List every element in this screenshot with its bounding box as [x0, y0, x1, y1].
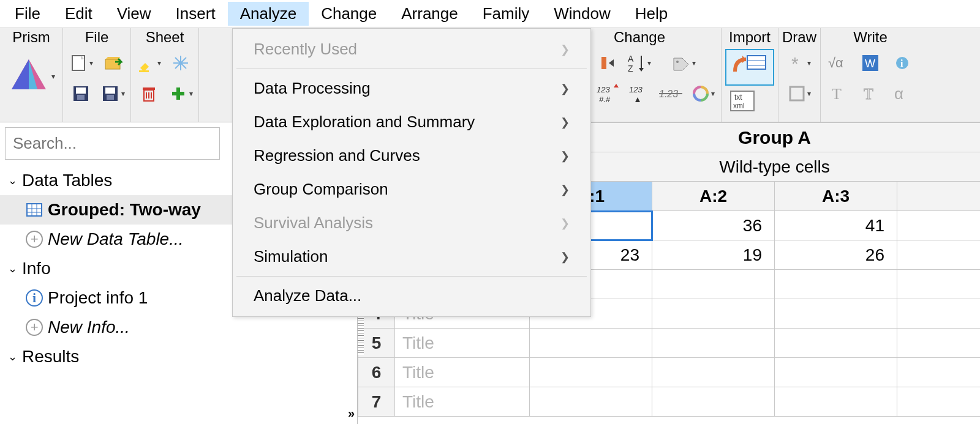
- menu-item-regression-and-curves[interactable]: Regression and Curves❯: [233, 139, 590, 173]
- data-cell[interactable]: 41: [775, 211, 897, 240]
- prism-logo-button[interactable]: [4, 49, 59, 104]
- data-cell[interactable]: [897, 329, 981, 358]
- data-cell[interactable]: [652, 387, 775, 417]
- menu-change[interactable]: Change: [309, 2, 389, 26]
- svg-text:i: i: [900, 58, 903, 69]
- menu-item-analyze-data[interactable]: Analyze Data...: [233, 279, 590, 313]
- column-header[interactable]: A:3: [775, 182, 897, 211]
- menu-help[interactable]: Help: [623, 2, 680, 26]
- data-cell[interactable]: [897, 358, 981, 387]
- menu-family[interactable]: Family: [470, 2, 542, 26]
- new-sheet-button[interactable]: [167, 80, 195, 108]
- group-name-header[interactable]: Wild-type cells: [530, 152, 981, 182]
- save-as-button[interactable]: [99, 80, 127, 108]
- plus-circle-icon: +: [26, 319, 43, 336]
- data-cell[interactable]: [652, 270, 775, 299]
- data-cell[interactable]: [897, 387, 981, 417]
- data-cell[interactable]: [652, 329, 775, 358]
- group-header[interactable]: Group A: [530, 123, 981, 152]
- data-cell[interactable]: [897, 240, 981, 270]
- import-txt-xml-button[interactable]: txtxml: [725, 88, 760, 114]
- plus-circle-icon: +: [26, 231, 43, 248]
- menu-file[interactable]: File: [2, 2, 53, 26]
- chevron-right-icon: ❯: [560, 82, 570, 95]
- open-file-button[interactable]: [99, 49, 127, 77]
- row-number[interactable]: 7: [358, 387, 395, 417]
- menu-window[interactable]: Window: [541, 2, 622, 26]
- new-file-button[interactable]: [67, 49, 95, 77]
- info-circle-icon: i: [26, 289, 43, 307]
- row-title-cell[interactable]: Title: [395, 329, 530, 358]
- decimals-down-button[interactable]: 123: [625, 80, 654, 108]
- tree-section-results[interactable]: ⌄Results: [0, 342, 357, 371]
- menu-item-label: Data Exploration and Summary: [254, 113, 475, 132]
- menu-item-simulation[interactable]: Simulation❯: [233, 240, 590, 273]
- color-wheel-button[interactable]: [689, 80, 717, 108]
- data-cell[interactable]: [652, 358, 775, 387]
- data-cell[interactable]: [897, 211, 981, 240]
- data-cell[interactable]: [530, 329, 652, 358]
- menu-item-group-comparison[interactable]: Group Comparison❯: [233, 173, 590, 206]
- row-title-cell[interactable]: Title: [395, 358, 530, 387]
- data-cell[interactable]: 36: [652, 211, 775, 240]
- svg-rect-56: [790, 87, 804, 100]
- search-input[interactable]: [5, 127, 220, 160]
- asterisk-button[interactable]: *: [785, 49, 813, 77]
- svg-marker-1: [12, 59, 29, 89]
- svg-text:123: 123: [597, 85, 610, 94]
- import-data-button[interactable]: [725, 49, 774, 86]
- menu-view[interactable]: View: [105, 2, 164, 26]
- row-number[interactable]: 6: [358, 358, 395, 387]
- data-cell[interactable]: [530, 358, 652, 387]
- menu-arrange[interactable]: Arrange: [389, 2, 470, 26]
- data-cell[interactable]: [775, 270, 897, 299]
- column-header[interactable]: A:2: [652, 182, 775, 211]
- data-cell[interactable]: [775, 387, 897, 417]
- svg-marker-13: [140, 63, 149, 72]
- chevron-down-icon: ⌄: [6, 350, 18, 363]
- toolbar-group-label-draw: Draw: [782, 29, 816, 45]
- info-bubble-button[interactable]: i: [888, 49, 916, 77]
- sidebar-expand-handle[interactable]: »: [348, 406, 355, 420]
- data-cell[interactable]: [897, 270, 981, 299]
- tree-item-label: New Info...: [48, 318, 130, 337]
- delete-button[interactable]: [135, 80, 163, 108]
- highlight-button[interactable]: [135, 49, 163, 77]
- tag-button[interactable]: [669, 49, 698, 77]
- save-button[interactable]: [67, 80, 95, 108]
- tree-section-title: Data Tables: [22, 171, 112, 190]
- decimals-button[interactable]: 123#.#: [594, 80, 622, 108]
- text-t2-button[interactable]: T: [856, 80, 884, 108]
- menu-edit[interactable]: Edit: [53, 2, 105, 26]
- word-button[interactable]: W: [856, 49, 884, 77]
- text-t1-button[interactable]: T: [824, 80, 853, 108]
- shape-button[interactable]: [785, 80, 813, 108]
- menu-analyze[interactable]: Analyze: [228, 2, 309, 26]
- data-cell[interactable]: [775, 299, 897, 329]
- data-cell[interactable]: [775, 329, 897, 358]
- row-title-cell[interactable]: Title: [395, 387, 530, 417]
- svg-rect-23: [143, 87, 155, 90]
- data-cell[interactable]: [530, 387, 652, 417]
- square-shape-icon: [788, 84, 806, 103]
- data-cell[interactable]: 26: [775, 240, 897, 270]
- menu-item-data-processing[interactable]: Data Processing❯: [233, 72, 590, 105]
- sort-button[interactable]: AZ: [625, 49, 654, 77]
- col-right-button[interactable]: [594, 49, 622, 77]
- data-cell[interactable]: 19: [652, 240, 775, 270]
- svg-text:#.#: #.#: [599, 95, 611, 103]
- svg-text:T: T: [864, 85, 873, 103]
- data-cell[interactable]: [775, 358, 897, 387]
- decimals-icon: 123#.#: [597, 84, 619, 103]
- alpha-button[interactable]: α: [888, 80, 916, 108]
- data-cell[interactable]: [652, 299, 775, 329]
- menu-item-data-exploration-and-summary[interactable]: Data Exploration and Summary❯: [233, 105, 590, 139]
- toolbar-group-draw: Draw *: [778, 28, 821, 122]
- menu-insert[interactable]: Insert: [164, 2, 228, 26]
- equation-button[interactable]: √α: [824, 49, 853, 77]
- strike-decimals-button[interactable]: 1.23: [657, 80, 685, 108]
- tree-item[interactable]: +New Info...: [0, 313, 357, 342]
- strike-123-icon: 1.23: [659, 84, 684, 103]
- freeze-button[interactable]: [167, 49, 195, 77]
- data-cell[interactable]: [897, 299, 981, 329]
